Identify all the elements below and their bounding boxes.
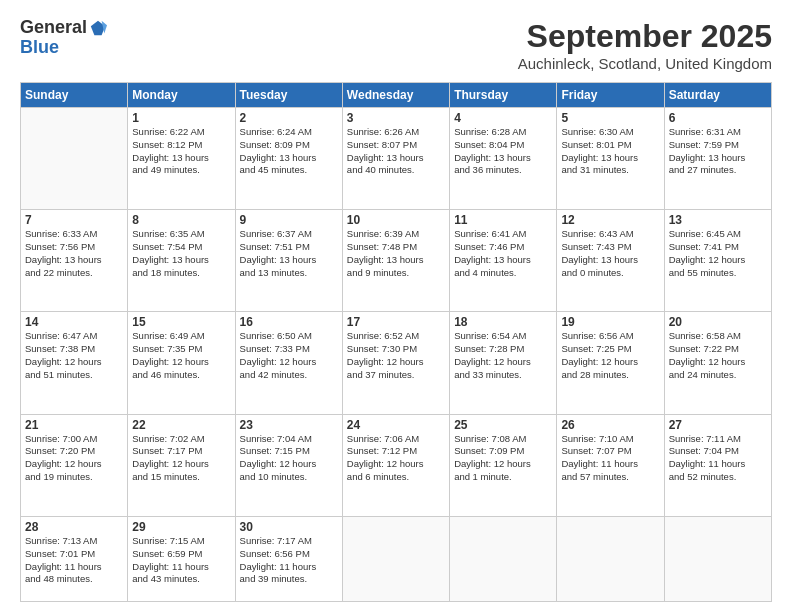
day-number: 6 — [669, 111, 767, 125]
table-row: 5Sunrise: 6:30 AM Sunset: 8:01 PM Daylig… — [557, 108, 664, 210]
day-number: 21 — [25, 418, 123, 432]
table-row: 21Sunrise: 7:00 AM Sunset: 7:20 PM Dayli… — [21, 414, 128, 516]
day-number: 9 — [240, 213, 338, 227]
day-number: 4 — [454, 111, 552, 125]
day-info: Sunrise: 6:52 AM Sunset: 7:30 PM Dayligh… — [347, 330, 445, 381]
table-row: 9Sunrise: 6:37 AM Sunset: 7:51 PM Daylig… — [235, 210, 342, 312]
day-number: 11 — [454, 213, 552, 227]
location: Auchinleck, Scotland, United Kingdom — [518, 55, 772, 72]
day-number: 13 — [669, 213, 767, 227]
col-friday: Friday — [557, 83, 664, 108]
table-row — [557, 516, 664, 601]
day-info: Sunrise: 6:28 AM Sunset: 8:04 PM Dayligh… — [454, 126, 552, 177]
day-info: Sunrise: 7:04 AM Sunset: 7:15 PM Dayligh… — [240, 433, 338, 484]
header-row: Sunday Monday Tuesday Wednesday Thursday… — [21, 83, 772, 108]
day-info: Sunrise: 7:13 AM Sunset: 7:01 PM Dayligh… — [25, 535, 123, 586]
day-info: Sunrise: 6:39 AM Sunset: 7:48 PM Dayligh… — [347, 228, 445, 279]
day-info: Sunrise: 6:26 AM Sunset: 8:07 PM Dayligh… — [347, 126, 445, 177]
day-info: Sunrise: 7:00 AM Sunset: 7:20 PM Dayligh… — [25, 433, 123, 484]
day-info: Sunrise: 6:37 AM Sunset: 7:51 PM Dayligh… — [240, 228, 338, 279]
day-info: Sunrise: 7:17 AM Sunset: 6:56 PM Dayligh… — [240, 535, 338, 586]
day-info: Sunrise: 6:43 AM Sunset: 7:43 PM Dayligh… — [561, 228, 659, 279]
day-info: Sunrise: 6:24 AM Sunset: 8:09 PM Dayligh… — [240, 126, 338, 177]
day-number: 3 — [347, 111, 445, 125]
table-row: 15Sunrise: 6:49 AM Sunset: 7:35 PM Dayli… — [128, 312, 235, 414]
table-row: 3Sunrise: 6:26 AM Sunset: 8:07 PM Daylig… — [342, 108, 449, 210]
table-row: 26Sunrise: 7:10 AM Sunset: 7:07 PM Dayli… — [557, 414, 664, 516]
logo: General Blue — [20, 18, 107, 58]
table-row: 8Sunrise: 6:35 AM Sunset: 7:54 PM Daylig… — [128, 210, 235, 312]
day-info: Sunrise: 6:35 AM Sunset: 7:54 PM Dayligh… — [132, 228, 230, 279]
col-wednesday: Wednesday — [342, 83, 449, 108]
table-row: 14Sunrise: 6:47 AM Sunset: 7:38 PM Dayli… — [21, 312, 128, 414]
table-row: 25Sunrise: 7:08 AM Sunset: 7:09 PM Dayli… — [450, 414, 557, 516]
day-info: Sunrise: 7:15 AM Sunset: 6:59 PM Dayligh… — [132, 535, 230, 586]
day-number: 15 — [132, 315, 230, 329]
logo-blue: Blue — [20, 38, 59, 58]
table-row: 18Sunrise: 6:54 AM Sunset: 7:28 PM Dayli… — [450, 312, 557, 414]
table-row: 2Sunrise: 6:24 AM Sunset: 8:09 PM Daylig… — [235, 108, 342, 210]
day-info: Sunrise: 7:06 AM Sunset: 7:12 PM Dayligh… — [347, 433, 445, 484]
header: General Blue September 2025 Auchinleck, … — [20, 18, 772, 72]
table-row: 22Sunrise: 7:02 AM Sunset: 7:17 PM Dayli… — [128, 414, 235, 516]
table-row: 24Sunrise: 7:06 AM Sunset: 7:12 PM Dayli… — [342, 414, 449, 516]
day-number: 17 — [347, 315, 445, 329]
day-info: Sunrise: 6:31 AM Sunset: 7:59 PM Dayligh… — [669, 126, 767, 177]
day-number: 7 — [25, 213, 123, 227]
table-row: 12Sunrise: 6:43 AM Sunset: 7:43 PM Dayli… — [557, 210, 664, 312]
day-number: 14 — [25, 315, 123, 329]
day-info: Sunrise: 6:33 AM Sunset: 7:56 PM Dayligh… — [25, 228, 123, 279]
day-info: Sunrise: 6:22 AM Sunset: 8:12 PM Dayligh… — [132, 126, 230, 177]
table-row: 29Sunrise: 7:15 AM Sunset: 6:59 PM Dayli… — [128, 516, 235, 601]
table-row: 4Sunrise: 6:28 AM Sunset: 8:04 PM Daylig… — [450, 108, 557, 210]
table-row — [450, 516, 557, 601]
day-info: Sunrise: 7:10 AM Sunset: 7:07 PM Dayligh… — [561, 433, 659, 484]
day-number: 26 — [561, 418, 659, 432]
col-thursday: Thursday — [450, 83, 557, 108]
title-block: September 2025 Auchinleck, Scotland, Uni… — [518, 18, 772, 72]
day-info: Sunrise: 6:49 AM Sunset: 7:35 PM Dayligh… — [132, 330, 230, 381]
table-row: 30Sunrise: 7:17 AM Sunset: 6:56 PM Dayli… — [235, 516, 342, 601]
day-number: 12 — [561, 213, 659, 227]
day-number: 20 — [669, 315, 767, 329]
day-number: 27 — [669, 418, 767, 432]
table-row: 17Sunrise: 6:52 AM Sunset: 7:30 PM Dayli… — [342, 312, 449, 414]
table-row: 23Sunrise: 7:04 AM Sunset: 7:15 PM Dayli… — [235, 414, 342, 516]
logo-general: General — [20, 18, 87, 38]
day-info: Sunrise: 7:11 AM Sunset: 7:04 PM Dayligh… — [669, 433, 767, 484]
col-monday: Monday — [128, 83, 235, 108]
table-row: 28Sunrise: 7:13 AM Sunset: 7:01 PM Dayli… — [21, 516, 128, 601]
day-info: Sunrise: 6:56 AM Sunset: 7:25 PM Dayligh… — [561, 330, 659, 381]
day-number: 23 — [240, 418, 338, 432]
month-title: September 2025 — [518, 18, 772, 55]
day-info: Sunrise: 6:58 AM Sunset: 7:22 PM Dayligh… — [669, 330, 767, 381]
day-info: Sunrise: 6:54 AM Sunset: 7:28 PM Dayligh… — [454, 330, 552, 381]
day-number: 10 — [347, 213, 445, 227]
day-info: Sunrise: 7:08 AM Sunset: 7:09 PM Dayligh… — [454, 433, 552, 484]
day-number: 28 — [25, 520, 123, 534]
table-row: 20Sunrise: 6:58 AM Sunset: 7:22 PM Dayli… — [664, 312, 771, 414]
day-info: Sunrise: 6:50 AM Sunset: 7:33 PM Dayligh… — [240, 330, 338, 381]
table-row: 13Sunrise: 6:45 AM Sunset: 7:41 PM Dayli… — [664, 210, 771, 312]
day-number: 19 — [561, 315, 659, 329]
day-number: 18 — [454, 315, 552, 329]
day-info: Sunrise: 6:47 AM Sunset: 7:38 PM Dayligh… — [25, 330, 123, 381]
day-info: Sunrise: 6:45 AM Sunset: 7:41 PM Dayligh… — [669, 228, 767, 279]
table-row — [664, 516, 771, 601]
col-saturday: Saturday — [664, 83, 771, 108]
day-info: Sunrise: 6:41 AM Sunset: 7:46 PM Dayligh… — [454, 228, 552, 279]
table-row: 1Sunrise: 6:22 AM Sunset: 8:12 PM Daylig… — [128, 108, 235, 210]
table-row: 27Sunrise: 7:11 AM Sunset: 7:04 PM Dayli… — [664, 414, 771, 516]
page: General Blue September 2025 Auchinleck, … — [0, 0, 792, 612]
col-sunday: Sunday — [21, 83, 128, 108]
table-row: 10Sunrise: 6:39 AM Sunset: 7:48 PM Dayli… — [342, 210, 449, 312]
table-row: 7Sunrise: 6:33 AM Sunset: 7:56 PM Daylig… — [21, 210, 128, 312]
table-row — [21, 108, 128, 210]
day-info: Sunrise: 6:30 AM Sunset: 8:01 PM Dayligh… — [561, 126, 659, 177]
col-tuesday: Tuesday — [235, 83, 342, 108]
day-number: 24 — [347, 418, 445, 432]
table-row: 11Sunrise: 6:41 AM Sunset: 7:46 PM Dayli… — [450, 210, 557, 312]
day-number: 1 — [132, 111, 230, 125]
day-number: 8 — [132, 213, 230, 227]
day-number: 25 — [454, 418, 552, 432]
